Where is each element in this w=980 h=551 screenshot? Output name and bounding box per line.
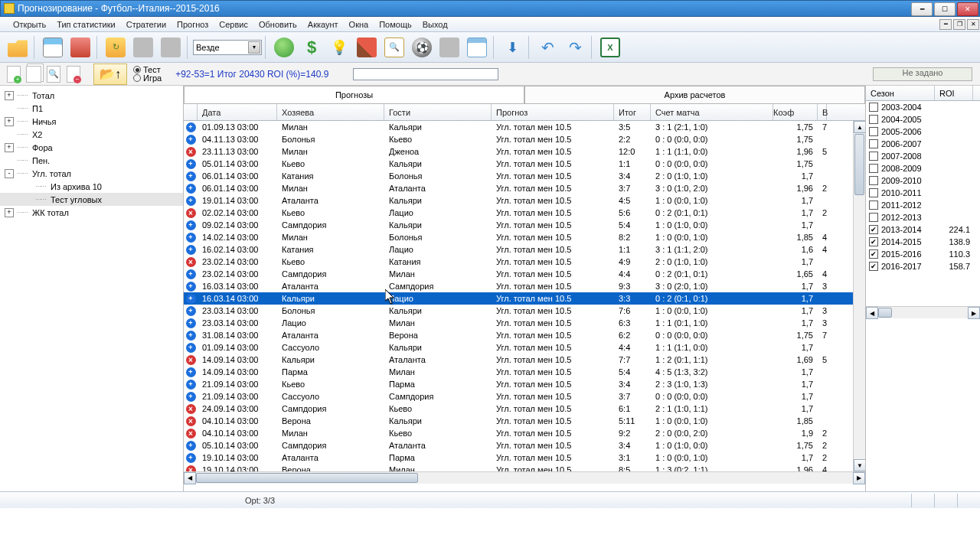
grid-row[interactable]: +19.10.14 03:00АталантаПармаУгл. тотал м… — [184, 452, 865, 464]
tb-redo-button[interactable]: ↷ — [562, 34, 588, 60]
tree-toggle-icon[interactable]: + — [5, 208, 14, 217]
tree-child-item[interactable]: ⋯⋯Тест угловых — [0, 193, 183, 206]
grid-row[interactable]: +04.11.13 03:00БолоньяКьевоУгл. тотал ме… — [184, 133, 865, 145]
tb-refresh-button[interactable]: ↻ — [103, 34, 129, 60]
col-forecast[interactable]: Прогноз — [492, 104, 614, 120]
sb-copy-button[interactable] — [24, 65, 43, 83]
grid-row[interactable]: +09.02.14 03:00СампдорияКальяриУгл. тота… — [184, 219, 865, 231]
grid-header[interactable]: Дата Хозяева Гости Прогноз Итог Счет мат… — [184, 104, 865, 121]
season-row[interactable]: ✔2015-2016110.3 — [866, 248, 980, 260]
menu-Открыть[interactable]: Открыть — [8, 18, 51, 31]
menu-Сервис[interactable]: Сервис — [214, 18, 253, 31]
season-row[interactable]: 2006-2007 — [866, 138, 980, 150]
season-checkbox[interactable]: ✔ — [869, 249, 878, 259]
tree-item[interactable]: +⋯⋯Ничья — [0, 115, 183, 128]
tb-bulb-button[interactable]: 💡 — [326, 34, 352, 60]
grid-row[interactable]: +14.02.14 03:00МиланБолоньяУгл. тотал ме… — [184, 231, 865, 243]
sb-new-button[interactable]: + — [5, 65, 23, 83]
menu-Прогноз[interactable]: Прогноз — [172, 18, 214, 31]
tb-table-button[interactable] — [40, 34, 66, 60]
menu-Тип статистики[interactable]: Тип статистики — [51, 18, 121, 31]
col-season[interactable]: Сезон — [866, 86, 935, 100]
grid-row[interactable]: ×24.09.14 03:00СампдорияКьевоУгл. тотал … — [184, 403, 865, 415]
col-home[interactable]: Хозяева — [277, 104, 384, 120]
mdi-restore-button[interactable]: ❐ — [953, 19, 965, 30]
season-checkbox[interactable] — [869, 188, 878, 197]
grid-row[interactable]: ×04.10.14 03:00МиланКьевоУгл. тотал мен … — [184, 427, 865, 439]
season-checkbox[interactable] — [869, 103, 878, 112]
season-row[interactable]: 2012-2013 — [866, 211, 980, 223]
season-row[interactable]: 2003-2004 — [866, 101, 980, 113]
tb-delete-row-button[interactable] — [67, 34, 93, 60]
season-checkbox[interactable] — [869, 164, 878, 173]
tree-item[interactable]: +⋯⋯Фора — [0, 141, 183, 154]
tree-item[interactable]: ⋯⋯X2 — [0, 128, 183, 141]
grid-row[interactable]: +21.09.14 03:00СассуолоСампдорияУгл. тот… — [184, 390, 865, 403]
horizontal-scrollbar[interactable]: ◀ ▶ — [184, 471, 865, 484]
col-coef[interactable]: Коэф — [773, 104, 818, 120]
tb-calendar-button[interactable] — [464, 34, 490, 60]
col-result[interactable]: Итог — [614, 104, 651, 120]
col-away[interactable]: Гости — [384, 104, 492, 120]
tree-toggle-icon[interactable]: - — [5, 169, 14, 178]
season-checkbox[interactable] — [869, 139, 878, 148]
season-row[interactable]: 2005-2006 — [866, 126, 980, 138]
grid-row[interactable]: +06.01.14 03:00МиланАталантаУгл. тотал м… — [184, 182, 865, 194]
tree-item[interactable]: ⋯⋯Пен. — [0, 154, 183, 167]
grid-row[interactable]: +21.09.14 03:00КьевоПармаУгл. тотал мен … — [184, 378, 865, 390]
tree-item[interactable]: -⋯⋯Угл. тотал — [0, 167, 183, 180]
season-checkbox[interactable] — [869, 152, 878, 161]
season-row[interactable]: 2010-2011 — [866, 187, 980, 199]
tree-toggle-icon[interactable]: + — [5, 143, 14, 152]
tree-child-item[interactable]: ⋯⋯Из архива 10 — [0, 180, 183, 193]
grid-row[interactable]: +05.01.14 03:00КьевоКальяриУгл. тотал ме… — [184, 158, 865, 170]
grid-row[interactable]: ×23.02.14 03:00КьевоКатанияУгл. тотал ме… — [184, 256, 865, 268]
season-row[interactable]: ✔2016-2017158.7 — [866, 260, 980, 272]
sb-preview-button[interactable]: 🔍 — [44, 65, 63, 83]
close-button[interactable]: ✕ — [957, 2, 978, 16]
grid-row[interactable]: +01.09.14 03:00СассуолоКальяриУгл. тотал… — [184, 341, 865, 354]
scroll-left-button[interactable]: ◀ — [184, 472, 196, 484]
scroll-up-button[interactable]: ▲ — [854, 121, 865, 133]
season-row[interactable]: 2004-2005 — [866, 113, 980, 126]
grid-row[interactable]: ×04.10.14 03:00ВеронаКальяриУгл. тотал м… — [184, 415, 865, 427]
grid-row[interactable]: +16.03.14 03:00АталантаСампдорияУгл. тот… — [184, 280, 865, 292]
combo-dropdown-button[interactable]: ▾ — [248, 41, 260, 54]
grid-row[interactable]: +23.03.14 03:00БолоньяКальяриУгл. тотал … — [184, 305, 865, 317]
tb-folder-open-button[interactable] — [5, 34, 31, 60]
sb-delete-button[interactable]: − — [64, 65, 83, 83]
scroll-right-button[interactable]: ▶ — [853, 472, 865, 484]
col-score[interactable]: Счет матча — [651, 104, 773, 120]
grid-row[interactable]: ×19.10.14 03:00ВеронаМиланУгл. тотал мен… — [184, 464, 865, 471]
mdi-minimize-button[interactable]: ━ — [939, 19, 952, 30]
tree-toggle-icon[interactable]: + — [5, 117, 14, 126]
tb-download-button[interactable]: ⬇ — [499, 34, 525, 60]
season-checkbox[interactable]: ✔ — [869, 225, 878, 234]
grid-row[interactable]: +14.09.14 03:00ПармаМиланУгл. тотал мен … — [184, 366, 865, 378]
radio-game[interactable]: Игра — [133, 74, 162, 83]
menu-Окна[interactable]: Окна — [344, 18, 374, 31]
title-bar[interactable]: Прогнозирование - Футбол--Италия--2015-2… — [0, 0, 980, 17]
menu-Обновить[interactable]: Обновить — [253, 18, 302, 31]
grid-row[interactable]: ×14.09.14 03:00КальяриАталантаУгл. тотал… — [184, 354, 865, 366]
grid-row[interactable]: +16.03.14 03:00КальяриЛациоУгл. тотал ме… — [184, 292, 865, 305]
season-row[interactable]: ✔2013-2014224.1 — [866, 223, 980, 236]
menu-Выход[interactable]: Выход — [417, 18, 453, 31]
tab-archive[interactable]: Архив расчетов — [524, 86, 865, 103]
season-checkbox[interactable] — [869, 115, 878, 124]
tree-panel[interactable]: +⋯⋯Тотал⋯⋯П1+⋯⋯Ничья⋯⋯X2+⋯⋯Фора⋯⋯Пен.-⋯⋯… — [0, 86, 184, 491]
col-date[interactable]: Дата — [198, 104, 277, 120]
tree-item[interactable]: +⋯⋯ЖК тотал — [0, 206, 183, 219]
season-checkbox[interactable] — [869, 127, 878, 136]
season-row[interactable]: 2009-2010 — [866, 174, 980, 187]
tree-item[interactable]: ⋯⋯П1 — [0, 102, 183, 115]
grid-row[interactable]: +19.01.14 03:00АталантаКальяриУгл. тотал… — [184, 194, 865, 207]
grid-row[interactable]: ×23.11.13 03:00МиланДженоаУгл. тотал мен… — [184, 145, 865, 158]
tb-search-button[interactable]: 🔍 — [381, 34, 407, 60]
season-row[interactable]: 2007-2008 — [866, 150, 980, 162]
grid-row[interactable]: +06.01.14 03:00КатанияБолоньяУгл. тотал … — [184, 170, 865, 182]
grid-row[interactable]: +01.09.13 03:00МиланКальяриУгл. тотал ме… — [184, 121, 865, 133]
tree-toggle-icon[interactable]: + — [5, 91, 14, 100]
tb-ball-button[interactable]: ⚽ — [409, 34, 435, 60]
scroll-down-button[interactable]: ▼ — [854, 459, 865, 471]
